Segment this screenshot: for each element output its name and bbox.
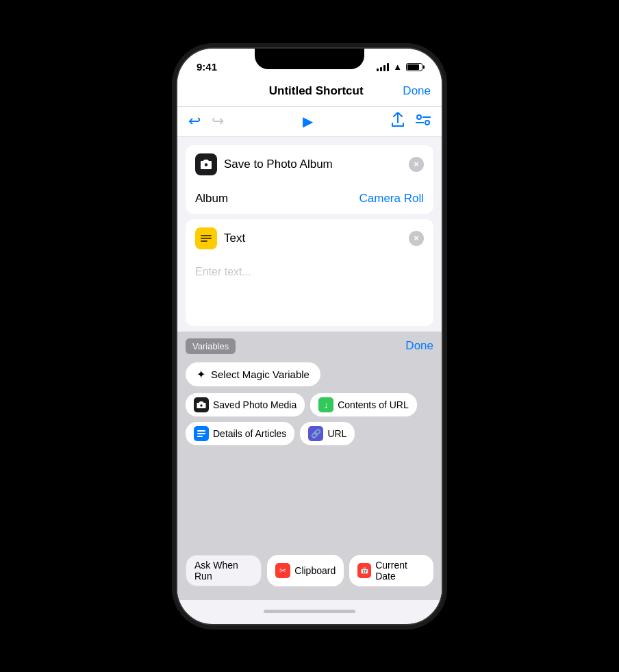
text-placeholder: Enter text... [195, 266, 251, 277]
svg-point-0 [417, 115, 421, 119]
album-label: Album [195, 192, 228, 206]
magic-wand-icon: ✦ [197, 368, 205, 381]
album-value[interactable]: Camera Roll [359, 192, 424, 206]
signal-icon [377, 63, 389, 71]
play-button[interactable]: ▶ [303, 113, 313, 129]
text-header: Text × [186, 219, 433, 258]
clipboard-icon: ✂ [275, 563, 290, 578]
variable-chips: Saved Photo Media ↓ Contents of URL [186, 393, 433, 445]
save-photo-action-block: Save to Photo Album × Album Camera Roll [186, 145, 433, 214]
save-photo-title: Save to Photo Album [224, 158, 409, 171]
svg-rect-6 [201, 238, 212, 239]
save-photo-close-button[interactable]: × [409, 157, 424, 172]
status-time: 9:41 [197, 61, 217, 73]
home-bar [264, 610, 355, 613]
album-row: Album Camera Roll [186, 184, 433, 214]
current-date-label: Current Date [375, 560, 425, 582]
phone-frame: 9:41 ▲ Untitled Shortcut Done ↩ ↪ ▶ [176, 47, 443, 625]
save-photo-header: Save to Photo Album × [186, 145, 433, 184]
variables-header: Variables Done [186, 338, 433, 354]
svg-rect-11 [197, 436, 203, 437]
text-action-title: Text [224, 232, 409, 245]
redo-button[interactable]: ↪ [212, 112, 224, 130]
current-date-icon: 📅 [357, 563, 371, 578]
url-icon: 🔗 [308, 426, 323, 441]
svg-point-4 [204, 162, 208, 166]
svg-point-8 [200, 403, 203, 406]
svg-rect-5 [201, 235, 212, 236]
select-magic-variable-button[interactable]: ✦ Select Magic Variable [186, 362, 320, 386]
contents-url-label: Contents of URL [338, 399, 409, 410]
ask-when-run-chip[interactable]: Ask When Run [186, 555, 262, 586]
nav-done-button[interactable]: Done [403, 84, 431, 98]
undo-button[interactable]: ↩ [188, 112, 201, 130]
svg-rect-9 [197, 430, 205, 432]
details-articles-icon [194, 426, 209, 441]
text-action-block: Text × Enter text... [186, 219, 433, 326]
main-content: Save to Photo Album × Album Camera Roll … [177, 137, 442, 600]
text-input[interactable]: Enter text... [186, 258, 433, 326]
url-label: URL [327, 428, 346, 439]
notch [255, 49, 364, 69]
details-articles-chip[interactable]: Details of Articles [186, 422, 294, 445]
home-indicator [177, 600, 442, 623]
clipboard-label: Clipboard [294, 565, 336, 576]
text-close-button[interactable]: × [409, 231, 424, 246]
toolbar: ↩ ↪ ▶ [177, 107, 442, 137]
battery-icon [406, 63, 422, 71]
variables-panel: Variables Done ✦ Select Magic Variable S [177, 332, 442, 600]
camera-icon [195, 153, 217, 175]
details-articles-label: Details of Articles [213, 428, 286, 439]
svg-rect-10 [197, 433, 205, 434]
url-chip[interactable]: 🔗 URL [300, 422, 355, 445]
contents-url-icon: ↓ [318, 397, 333, 412]
nav-title: Untitled Shortcut [269, 84, 364, 98]
current-date-chip[interactable]: 📅 Current Date [349, 555, 433, 586]
nav-bar: Untitled Shortcut Done [177, 79, 442, 107]
contents-url-chip[interactable]: ↓ Contents of URL [310, 393, 417, 416]
status-icons: ▲ [377, 62, 422, 72]
saved-photo-chip[interactable]: Saved Photo Media [186, 393, 305, 416]
svg-point-1 [425, 121, 429, 125]
wifi-icon: ▲ [393, 62, 402, 72]
bottom-chips-row: Ask When Run ✂ Clipboard 📅 Current Date [186, 555, 433, 593]
variables-done-button[interactable]: Done [405, 339, 433, 353]
magic-variable-label: Select Magic Variable [211, 369, 310, 380]
settings-button[interactable] [416, 114, 431, 129]
ask-when-run-label: Ask When Run [194, 560, 238, 582]
svg-rect-7 [201, 240, 207, 242]
share-button[interactable] [391, 112, 405, 131]
variables-tag: Variables [186, 338, 236, 354]
saved-photo-icon [194, 397, 209, 412]
text-icon [195, 227, 217, 249]
saved-photo-label: Saved Photo Media [213, 399, 296, 410]
clipboard-chip[interactable]: ✂ Clipboard [267, 555, 344, 586]
